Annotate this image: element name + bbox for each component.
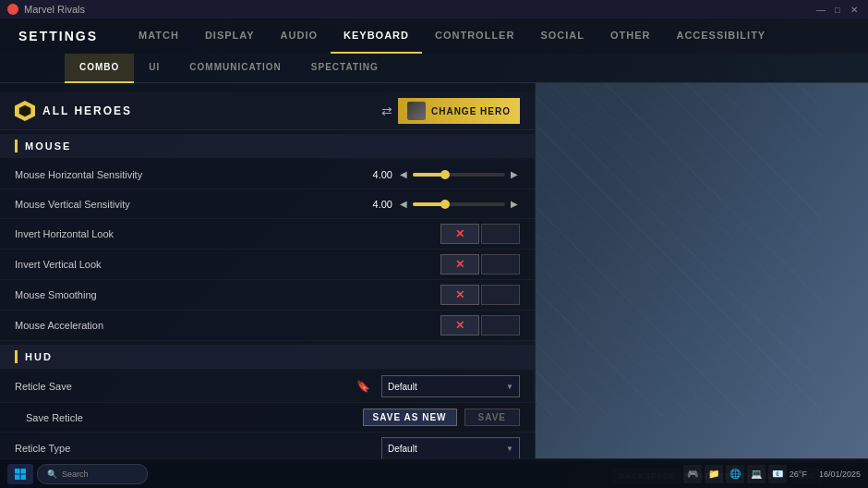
subtab-communication[interactable]: COMMUNICATION xyxy=(175,54,295,83)
change-hero-button[interactable]: ⇄ CHANGE HERO xyxy=(381,98,520,124)
hud-section-header: HUD xyxy=(0,345,535,369)
setting-row-invert-v: Invert Vertical Look ✕ xyxy=(0,250,535,280)
reticle-save-label: Reticle Save xyxy=(15,381,349,392)
svg-rect-2 xyxy=(21,469,27,474)
subtab-spectating[interactable]: SPECTATING xyxy=(296,54,393,83)
section-accent xyxy=(15,140,18,152)
svg-rect-1 xyxy=(15,469,20,474)
taskbar-icon-1[interactable]: 🎮 xyxy=(683,465,702,483)
tab-display[interactable]: DISPLAY xyxy=(192,18,268,54)
slider-left-arrow[interactable]: ◀ xyxy=(398,167,409,181)
hero-selector: ALL HEROES ⇄ CHANGE HERO xyxy=(0,92,535,130)
all-heroes-label: ALL HEROES xyxy=(42,104,381,117)
tab-controller[interactable]: CONTROLLER xyxy=(422,18,527,54)
reticle-save-dropdown[interactable]: Default ▼ xyxy=(381,375,520,397)
subtab-combo[interactable]: COMBO xyxy=(65,54,134,83)
toggle-x-btn-accel[interactable]: ✕ xyxy=(440,315,479,336)
tab-social[interactable]: SOCIAL xyxy=(527,18,597,54)
titlebar-title: Marvel Rivals xyxy=(7,4,85,15)
chevron-down-icon: ▼ xyxy=(506,383,513,391)
setting-row-mouse-v-sensitivity: Mouse Vertical Sensitivity 4.00 ◀ ▶ xyxy=(0,189,535,219)
taskbar: 🔍 Search 🎮 📁 🌐 💻 📧 26°F 16/01/2025 xyxy=(0,458,868,488)
slider-right-arrow[interactable]: ▶ xyxy=(509,167,520,181)
hero-portrait xyxy=(407,102,426,120)
taskbar-icon-3[interactable]: 🌐 xyxy=(726,465,744,483)
app-title: Marvel Rivals xyxy=(24,4,85,15)
right-panel xyxy=(536,83,868,462)
reticle-save-value: Default xyxy=(388,382,506,392)
save-reticle-label: Save Reticle xyxy=(26,412,356,423)
invert-h-label: Invert Horizontal Look xyxy=(15,228,440,239)
slider-right-arrow-v[interactable]: ▶ xyxy=(509,197,520,211)
setting-row-mouse-h-sensitivity: Mouse Horizontal Sensitivity 4.00 ◀ ▶ xyxy=(0,160,535,189)
tab-keyboard[interactable]: KEYBOARD xyxy=(331,18,422,54)
change-hero-box[interactable]: CHANGE HERO xyxy=(398,98,520,124)
toggle-empty-smooth xyxy=(481,285,520,305)
setting-row-invert-h: Invert Horizontal Look ✕ xyxy=(0,219,535,250)
right-panel-bg xyxy=(536,83,868,462)
all-heroes-icon xyxy=(15,101,35,121)
tab-match[interactable]: MATCH xyxy=(126,18,192,54)
toggle-empty-accel xyxy=(481,315,520,336)
settings-title: SETTINGS xyxy=(18,29,98,43)
invert-v-toggle[interactable]: ✕ xyxy=(440,254,520,274)
mouse-smoothing-label: Mouse Smoothing xyxy=(15,289,440,300)
tab-other[interactable]: OTHER xyxy=(597,18,664,54)
setting-row-reticle-save: Reticle Save 🔖 Default ▼ xyxy=(0,371,535,403)
setting-row-mouse-accel: Mouse Acceleration ✕ xyxy=(0,311,535,341)
tab-audio[interactable]: AUDIO xyxy=(268,18,331,54)
mouse-h-sensitivity-slider[interactable]: ◀ ▶ xyxy=(398,167,520,181)
slider-track-v[interactable] xyxy=(413,202,505,206)
slider-left-arrow-v[interactable]: ◀ xyxy=(398,197,409,211)
slider-track[interactable] xyxy=(413,173,505,177)
invert-v-label: Invert Vertical Look xyxy=(15,259,440,270)
content-area: ALL HEROES ⇄ CHANGE HERO MOUSE Mouse Hor… xyxy=(0,83,868,462)
save-as-new-button[interactable]: SAVE AS NEW xyxy=(363,409,457,426)
setting-row-mouse-smoothing: Mouse Smoothing ✕ xyxy=(0,280,535,311)
svg-rect-3 xyxy=(15,474,20,480)
titlebar-controls[interactable]: — □ ✕ xyxy=(814,3,861,16)
hud-section-accent xyxy=(15,350,18,363)
toggle-x-btn-v[interactable]: ✕ xyxy=(440,254,479,274)
reticle-type-value: Default xyxy=(388,444,506,454)
top-nav: SETTINGS MATCH DISPLAY AUDIO KEYBOARD CO… xyxy=(0,18,868,54)
taskbar-time: 16/01/2025 xyxy=(819,470,861,479)
start-button[interactable] xyxy=(7,464,33,484)
swap-icon: ⇄ xyxy=(381,104,392,118)
mouse-v-sensitivity-label: Mouse Vertical Sensitivity xyxy=(15,199,351,210)
taskbar-system-icons: 🎮 📁 🌐 💻 📧 26°F 16/01/2025 xyxy=(683,465,861,483)
invert-h-toggle[interactable]: ✕ xyxy=(440,224,520,244)
settings-panel: ALL HEROES ⇄ CHANGE HERO MOUSE Mouse Hor… xyxy=(0,83,536,462)
toggle-empty xyxy=(481,224,520,244)
mouse-smoothing-toggle[interactable]: ✕ xyxy=(440,285,520,305)
tab-accessibility[interactable]: ACCESSIBILITY xyxy=(663,18,778,54)
chevron-down-icon-rt: ▼ xyxy=(506,445,513,453)
sub-nav: COMBO UI COMMUNICATION SPECTATING xyxy=(0,54,868,83)
close-button[interactable]: ✕ xyxy=(848,3,861,16)
change-hero-text: CHANGE HERO xyxy=(431,106,511,116)
main-window: SETTINGS MATCH DISPLAY AUDIO KEYBOARD CO… xyxy=(0,18,868,488)
toggle-x-btn-smooth[interactable]: ✕ xyxy=(440,285,479,305)
slider-thumb xyxy=(440,170,450,179)
toggle-x-btn[interactable]: ✕ xyxy=(440,224,479,244)
svg-marker-0 xyxy=(19,105,30,116)
mouse-accel-label: Mouse Acceleration xyxy=(15,320,440,331)
mouse-h-sensitivity-value: 4.00 xyxy=(351,169,392,180)
maximize-button[interactable]: □ xyxy=(831,3,844,16)
mouse-v-sensitivity-value: 4.00 xyxy=(351,199,392,210)
mouse-v-sensitivity-slider[interactable]: ◀ ▶ xyxy=(398,197,520,211)
mouse-section-header: MOUSE xyxy=(0,134,535,158)
minimize-button[interactable]: — xyxy=(814,3,827,16)
taskbar-icon-2[interactable]: 📁 xyxy=(705,465,723,483)
taskbar-icon-5[interactable]: 📧 xyxy=(768,465,787,483)
mouse-h-sensitivity-label: Mouse Horizontal Sensitivity xyxy=(15,169,351,180)
titlebar: Marvel Rivals — □ ✕ xyxy=(0,0,868,18)
subtab-ui[interactable]: UI xyxy=(134,54,175,83)
taskbar-weather: 26°F xyxy=(790,470,807,479)
taskbar-search[interactable]: 🔍 Search xyxy=(37,464,148,484)
mouse-section-label: MOUSE xyxy=(25,140,71,152)
reticle-type-dropdown[interactable]: Default ▼ xyxy=(381,437,520,459)
taskbar-icon-4[interactable]: 💻 xyxy=(747,465,766,483)
save-button[interactable]: SAVE xyxy=(464,409,521,426)
mouse-accel-toggle[interactable]: ✕ xyxy=(440,315,520,336)
